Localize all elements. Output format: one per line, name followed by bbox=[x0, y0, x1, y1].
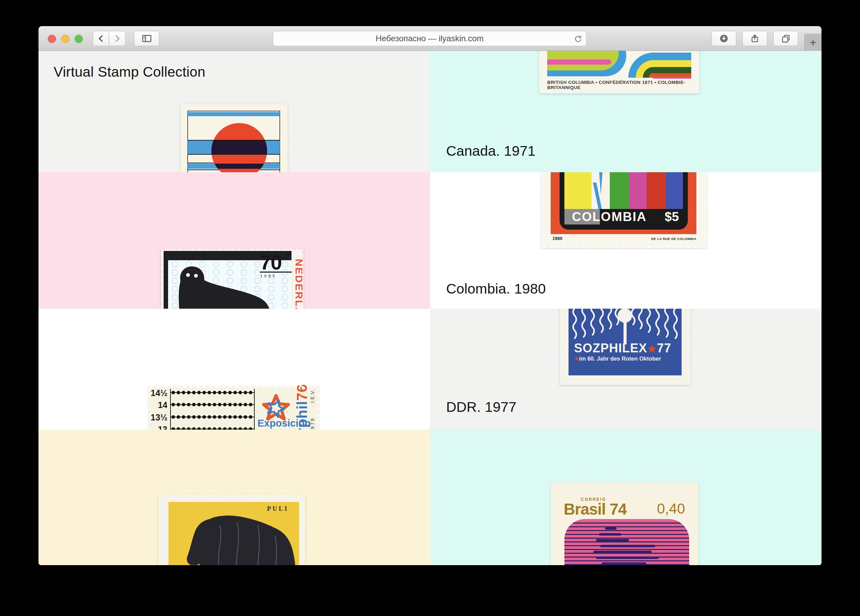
stamp-country-year: Brasil 74 bbox=[564, 500, 627, 519]
download-icon bbox=[719, 34, 729, 43]
stamp-year: 1976 bbox=[310, 417, 315, 430]
stamp-colombia: COLOMBIA $5 1980 DE LA RUE DE COLOMBIA bbox=[541, 172, 707, 248]
stamp-subtitle: ★im 60. Jahr des Roten Oktober bbox=[574, 355, 661, 362]
sidebar-icon bbox=[141, 34, 152, 43]
share-button[interactable] bbox=[742, 31, 767, 46]
stamp-value-unit: ct bbox=[286, 250, 292, 257]
stamp-printer: DE LA RUE DE COLOMBIA bbox=[651, 237, 697, 240]
caption-colombia: Colombia. 1980 bbox=[446, 281, 546, 297]
address-bar[interactable]: Небезопасно — ilyaskin.com bbox=[273, 31, 586, 46]
stamp-value: 0,40 bbox=[657, 501, 685, 517]
sidebar-toggle-button[interactable] bbox=[134, 31, 159, 46]
grid-cell-title: Virtual Stamp Collection bbox=[39, 51, 430, 172]
chevron-right-icon bbox=[113, 35, 121, 42]
tabs-overview-icon bbox=[781, 34, 791, 43]
stamp-exposicion: 14½ 14 13½ 13 Exposición Filatélica erph… bbox=[149, 386, 319, 430]
stamp-canada: BRITISH COLUMBIA • CONFÉDÉRATION 1871 • … bbox=[539, 51, 700, 93]
grid-cell-brasil: CORREIO Brasil 74 0,40 bbox=[430, 430, 821, 565]
perforation-gauge-row bbox=[171, 402, 254, 407]
stamp-year: 1985 bbox=[260, 274, 277, 278]
bc-letter-c bbox=[628, 53, 691, 78]
stamp-sozphilex: SOZPHILEX★77 ★im 60. Jahr des Roten Okto… bbox=[560, 309, 691, 385]
browser-toolbar: Небезопасно — ilyaskin.com + bbox=[39, 26, 821, 51]
downloads-button[interactable] bbox=[711, 31, 736, 46]
grid-cell-colombia: COLOMBIA $5 1980 DE LA RUE DE COLOMBIA C… bbox=[430, 172, 821, 309]
perforation-gauge-row bbox=[171, 390, 254, 395]
stamp-inscription: BRITISH COLUMBIA • CONFÉDÉRATION 1871 • … bbox=[547, 80, 692, 90]
grid-cell-canada: BRITISH COLUMBIA • CONFÉDÉRATION 1871 • … bbox=[430, 51, 821, 172]
stamp-country: NEDERLAND bbox=[293, 259, 305, 309]
grid-cell-sozphilex: SOZPHILEX★77 ★im 60. Jahr des Roten Okto… bbox=[430, 309, 821, 430]
stamp-brasil: CORREIO Brasil 74 0,40 bbox=[551, 482, 699, 565]
gauge-label: 13 bbox=[149, 424, 167, 430]
web-page: Virtual Stamp Collection bbox=[39, 51, 821, 565]
tv-screen-graphic bbox=[564, 519, 689, 565]
close-window-button[interactable] bbox=[48, 35, 56, 43]
tv-test-pattern: COLOMBIA $5 bbox=[560, 172, 688, 229]
grid-cell-exposicion: 14½ 14 13½ 13 Exposición Filatélica erph… bbox=[39, 309, 430, 430]
puli-dog-silhouette bbox=[158, 494, 305, 565]
stamp-org: I.E.V. bbox=[310, 390, 315, 403]
show-tabs-button[interactable] bbox=[774, 31, 798, 46]
stamp-vertical-title: erphil76 bbox=[294, 384, 311, 430]
forward-button[interactable] bbox=[109, 31, 126, 46]
chevron-left-icon bbox=[97, 35, 105, 42]
stamp-country: COLOMBIA bbox=[572, 210, 647, 224]
safari-window: Небезопасно — ilyaskin.com + bbox=[39, 26, 821, 565]
perforation-gauge-row bbox=[171, 427, 254, 430]
share-icon bbox=[750, 34, 760, 43]
reload-icon[interactable] bbox=[574, 35, 582, 46]
gauge-label: 14 bbox=[149, 400, 167, 410]
grid-cell-nederland: 70 ct 1985 NEDERLAND bbox=[39, 172, 430, 309]
stamp-title: SOZPHILEX★77 bbox=[574, 341, 677, 355]
stamp-nederland: 70 ct 1985 NEDERLAND bbox=[161, 248, 303, 309]
stamp-value: 70 bbox=[260, 251, 281, 274]
minimize-window-button[interactable] bbox=[61, 35, 69, 43]
page-title: Virtual Stamp Collection bbox=[53, 64, 206, 80]
perforation-gauge-row bbox=[171, 415, 254, 420]
grid-cell-puli: PULI bbox=[39, 430, 430, 565]
stamp-sun bbox=[180, 104, 288, 172]
caption-ddr: DDR. 1977 bbox=[446, 399, 516, 415]
gauge-label: 13½ bbox=[149, 413, 167, 423]
stamp-price: $5 bbox=[665, 210, 679, 224]
back-button[interactable] bbox=[93, 31, 109, 46]
stamp-breed-label: PULI bbox=[267, 505, 289, 512]
zoom-window-button[interactable] bbox=[75, 35, 83, 43]
plus-icon: + bbox=[810, 36, 817, 49]
address-text: Небезопасно — ilyaskin.com bbox=[376, 34, 483, 43]
stamp-year: 1980 bbox=[552, 236, 562, 241]
caption-canada: Canada. 1971 bbox=[446, 143, 535, 159]
stamp-puli: PULI bbox=[158, 494, 305, 565]
new-tab-button[interactable]: + bbox=[804, 34, 821, 51]
gauge-label: 14½ bbox=[149, 388, 167, 398]
bc-letter-b bbox=[547, 51, 626, 76]
